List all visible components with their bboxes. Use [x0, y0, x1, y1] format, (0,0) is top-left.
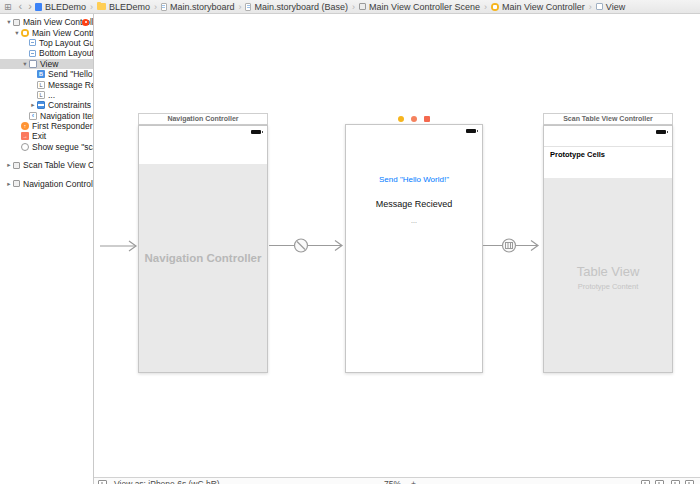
storyboard-canvas[interactable]: Navigation Controller Navigation Control… [94, 14, 700, 477]
outline-row-message-label[interactable]: Message Reci... [0, 79, 93, 89]
outline-row-exit[interactable]: Exit [0, 131, 93, 141]
zoom-level-label[interactable]: 75% [384, 479, 401, 484]
disclosure-triangle-icon[interactable] [29, 100, 37, 110]
label-icon [37, 91, 45, 99]
battery-icon [251, 130, 261, 134]
breadcrumb-storyboard[interactable]: Main.storyboard [161, 2, 246, 12]
related-items-icon[interactable]: ⊞ [4, 1, 12, 13]
button-icon [37, 70, 45, 78]
view-as-button[interactable]: View as: iPhone 6s (wC hR) [114, 479, 220, 484]
main-view-controller-device[interactable]: Send "Hello World!" Message Recieved ... [345, 124, 483, 373]
outline-label: First Responder [32, 121, 92, 131]
disclosure-triangle-icon[interactable] [5, 179, 13, 189]
view-icon [29, 60, 37, 68]
ellipsis-label[interactable]: ... [346, 217, 482, 224]
navigation-controller-content[interactable]: Navigation Controller [139, 164, 267, 372]
prototype-cells-section[interactable]: Prototype Cells [544, 146, 672, 178]
outline-label: Main View Controller [32, 28, 93, 38]
outline-row-show-segue[interactable]: Show segue "scan-s... [0, 142, 93, 152]
outline-label: Exit [32, 131, 46, 141]
show-segue-scan[interactable] [483, 237, 545, 254]
scene-icon [13, 180, 20, 187]
outline-row-main-view-controller[interactable]: Main View Controller [0, 27, 93, 37]
outline-row-view[interactable]: View [0, 59, 93, 69]
outline-row-scan-table-scene[interactable]: Scan Table View Contr... [0, 160, 93, 170]
outline-row-send-button[interactable]: Send "Hello W... [0, 69, 93, 79]
first-responder-icon[interactable] [411, 116, 417, 122]
scene-title-scan-table-view-controller[interactable]: Scan Table View Controller [543, 113, 673, 125]
canvas-toolbar-icon[interactable] [671, 480, 680, 484]
outline-label: Message Reci... [48, 80, 93, 90]
battery-icon [656, 130, 666, 134]
disclosure-triangle-icon[interactable] [5, 17, 13, 27]
table-view-placeholder-label: Table View [544, 178, 672, 279]
message-received-label[interactable]: Message Recieved [346, 199, 482, 209]
breadcrumb-label: Main View Controller [502, 2, 585, 12]
jump-bar: ⊞ ‹ › BLEDemo BLEDemo Main.storyboard Ma… [0, 0, 700, 14]
canvas-toolbar-icon[interactable] [685, 480, 694, 484]
view-icon [596, 3, 603, 10]
outline-row-navigation-item[interactable]: Navigation Item [0, 111, 93, 121]
zoom-out-button[interactable]: − [371, 479, 376, 484]
outline-row-bottom-layout-guide[interactable]: Bottom Layout G... [0, 48, 93, 58]
canvas-bottom-bar: View as: iPhone 6s (wC hR) − 75% + [94, 477, 700, 484]
outline-label: ... [48, 90, 55, 100]
view-controller-icon[interactable] [398, 116, 404, 122]
breadcrumb-project[interactable]: BLEDemo [35, 2, 97, 12]
back-button[interactable]: ‹ [19, 1, 23, 12]
first-responder-icon [21, 122, 29, 130]
disclosure-triangle-icon[interactable] [5, 160, 13, 170]
outline-label: Show segue "scan-s... [32, 142, 93, 152]
disclosure-triangle-icon[interactable] [13, 28, 21, 38]
outline-section-gap [0, 170, 93, 178]
table-view-content[interactable]: Table View Prototype Content [544, 178, 672, 372]
scan-table-view-controller-device[interactable]: Prototype Cells Table View Prototype Con… [543, 125, 673, 373]
initial-view-controller-arrow[interactable] [99, 238, 141, 254]
exit-icon[interactable] [424, 116, 430, 122]
navigation-item-icon [29, 112, 37, 120]
storyboard-file-icon [245, 3, 251, 11]
send-hello-world-button[interactable]: Send "Hello World!" [346, 175, 482, 184]
outline-toggle-icon[interactable] [98, 480, 107, 484]
show-segue-icon [503, 239, 516, 252]
disclosure-triangle-icon[interactable] [21, 59, 29, 69]
view-controller-icon [21, 29, 29, 37]
outline-row-constraints[interactable]: Constraints [0, 100, 93, 110]
document-outline: Main View Controller S... Main View Cont… [0, 14, 94, 484]
prototype-cells-label: Prototype Cells [544, 147, 672, 159]
breadcrumb-scene[interactable]: Main View Controller Scene [359, 2, 491, 12]
forward-button[interactable]: › [28, 1, 32, 12]
breadcrumb-group[interactable]: BLEDemo [97, 2, 161, 12]
outline-row-ellipsis-label[interactable]: ... [0, 90, 93, 100]
issue-badge-icon[interactable] [82, 19, 89, 26]
outline-label: Constraints [48, 100, 91, 110]
battery-icon [466, 129, 476, 133]
xcode-interface-builder: { "jumpbar": { "related_items_glyph": "⊞… [0, 0, 700, 484]
storyboard-file-icon [161, 3, 167, 11]
outline-row-first-responder[interactable]: First Responder [0, 121, 93, 131]
outline-label: Navigation Item [40, 111, 93, 121]
scene-title-navigation-controller[interactable]: Navigation Controller [138, 113, 268, 125]
breadcrumb-storyboard-base[interactable]: Main.storyboard (Base) [245, 2, 359, 12]
outline-label: Top Layout Guide [39, 38, 93, 48]
canvas-toolbar-icon[interactable] [641, 480, 650, 484]
constraints-icon [37, 101, 45, 109]
breadcrumb-view-controller[interactable]: Main View Controller [491, 2, 596, 12]
outline-row-top-layout-guide[interactable]: Top Layout Guide [0, 38, 93, 48]
zoom-in-button[interactable]: + [411, 479, 416, 484]
outline-label: Navigation Controller... [23, 179, 93, 189]
canvas-toolbar-icon[interactable] [655, 480, 664, 484]
outline-label: Send "Hello W... [48, 69, 93, 79]
root-view-controller-relationship-segue[interactable] [269, 237, 349, 254]
navigation-controller-device[interactable]: Navigation Controller [138, 125, 268, 373]
outline-row-main-scene[interactable]: Main View Controller S... [0, 17, 93, 27]
segue-icon [21, 143, 29, 151]
scene-dock [345, 114, 483, 124]
outline-label: Scan Table View Contr... [23, 160, 93, 170]
breadcrumb-label: Main.storyboard (Base) [254, 2, 348, 12]
outline-row-navigation-controller-scene[interactable]: Navigation Controller... [0, 178, 93, 188]
outline-label: Bottom Layout G... [39, 48, 93, 58]
scene-icon [359, 3, 366, 10]
breadcrumb-view[interactable]: View [596, 2, 625, 12]
breadcrumb-label: BLEDemo [45, 2, 86, 12]
